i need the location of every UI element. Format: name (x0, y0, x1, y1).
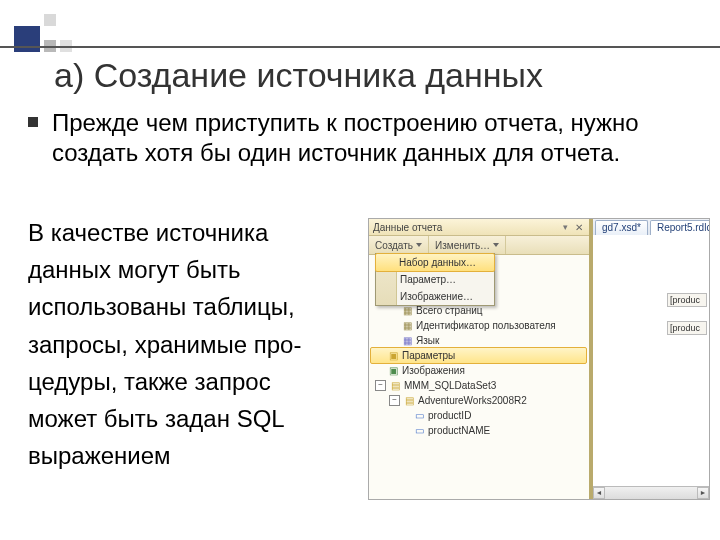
create-label: Создать (375, 240, 413, 251)
chevron-down-icon (493, 243, 499, 247)
body-line: данных могут быть (28, 251, 358, 288)
folder-icon: ▣ (387, 348, 399, 363)
tree-label: Параметры (402, 348, 455, 363)
body-line: выражением (28, 437, 358, 474)
menu-item-image[interactable]: Изображение… (376, 288, 494, 305)
tab-gd7[interactable]: gd7.xsd* (595, 220, 648, 235)
create-button[interactable]: Создать (369, 236, 429, 254)
chevron-down-icon (416, 243, 422, 247)
dataset-icon: ▤ (403, 393, 415, 408)
tree-node[interactable]: ▭ productNAME (371, 423, 589, 438)
body-line: цедуры, также запрос (28, 363, 358, 400)
scroll-right-icon[interactable]: ► (697, 487, 709, 499)
create-dropdown: Набор данных… Параметр… Изображение… (375, 253, 495, 306)
body-line: запросы, хранимые про- (28, 326, 358, 363)
designer-area: gd7.xsd* Report5.rdlc [Design]* [produc … (589, 219, 709, 499)
body-line: В качестве источника (28, 214, 358, 251)
tree-node[interactable]: − ▤ AdventureWorks2008R2 (371, 393, 589, 408)
tree-label: AdventureWorks2008R2 (418, 393, 527, 408)
bullet-marker (28, 117, 38, 127)
pin-icon[interactable]: ▾ (561, 223, 569, 231)
field-placeholder[interactable]: [produc (667, 321, 707, 335)
tree-label: productNAME (428, 423, 490, 438)
tree-label: Изображения (402, 363, 465, 378)
dataset-icon: ▤ (389, 378, 401, 393)
tree-node[interactable]: ▣ Изображения (371, 363, 589, 378)
tree-label: productID (428, 408, 471, 423)
divider (0, 46, 720, 48)
tree-node[interactable]: ▦ Язык (371, 333, 589, 348)
body-line: может быть задан SQL (28, 400, 358, 437)
pane-title: Данные отчета (373, 222, 442, 233)
tree-node[interactable]: − ▤ MMM_SQLDataSet3 (371, 378, 589, 393)
tree-label: MMM_SQLDataSet3 (404, 378, 496, 393)
scrollbar-horizontal[interactable]: ◄ ► (593, 486, 709, 499)
edit-label: Изменить… (435, 240, 490, 251)
menu-item-label: Набор данных… (399, 257, 476, 268)
tab-strip: gd7.xsd* Report5.rdlc [Design]* (593, 219, 709, 236)
close-icon[interactable]: ✕ (573, 221, 585, 233)
image-icon: ▣ (387, 363, 399, 378)
tree-label: Идентификатор пользователя (416, 318, 556, 333)
slide-title: а) Создание источника данных (54, 56, 543, 95)
tab-report[interactable]: Report5.rdlc [Design]* (650, 220, 710, 235)
edit-button[interactable]: Изменить… (429, 236, 506, 254)
lang-icon: ▦ (401, 333, 413, 348)
tree-node[interactable]: ▭ productID (371, 408, 589, 423)
ide-screenshot: Данные отчета ▾ ✕ Создать Изменить… Набо… (368, 218, 710, 500)
bullet-text: Прежде чем приступить к построению отчет… (52, 108, 700, 168)
menu-item-dataset[interactable]: Набор данных… (375, 253, 495, 272)
tree-node[interactable]: ▦ Идентификатор пользователя (371, 318, 589, 333)
menu-item-label: Изображение… (400, 291, 473, 302)
scroll-left-icon[interactable]: ◄ (593, 487, 605, 499)
menu-item-parameter[interactable]: Параметр… (376, 271, 494, 288)
body-line: использованы таблицы, (28, 288, 358, 325)
tree-node-parameters[interactable]: ▣ Параметры (370, 347, 587, 364)
column-icon: ▭ (413, 408, 425, 423)
tab-label: gd7.xsd* (602, 222, 641, 233)
id-icon: ▦ (401, 318, 413, 333)
bullet-row: Прежде чем приступить к построению отчет… (28, 108, 700, 168)
column-icon: ▭ (413, 423, 425, 438)
tree-label: Язык (416, 333, 439, 348)
design-canvas[interactable]: [produc [produc (593, 235, 709, 499)
tree: ▦ Всего страниц ▦ Идентификатор пользова… (371, 303, 589, 438)
body-text: В качестве источника данных могут быть и… (28, 214, 358, 474)
report-data-pane: Данные отчета ▾ ✕ Создать Изменить… Набо… (369, 219, 590, 499)
field-placeholder[interactable]: [produc (667, 293, 707, 307)
menu-item-label: Параметр… (400, 274, 456, 285)
pane-titlebar: Данные отчета ▾ ✕ (369, 219, 589, 236)
